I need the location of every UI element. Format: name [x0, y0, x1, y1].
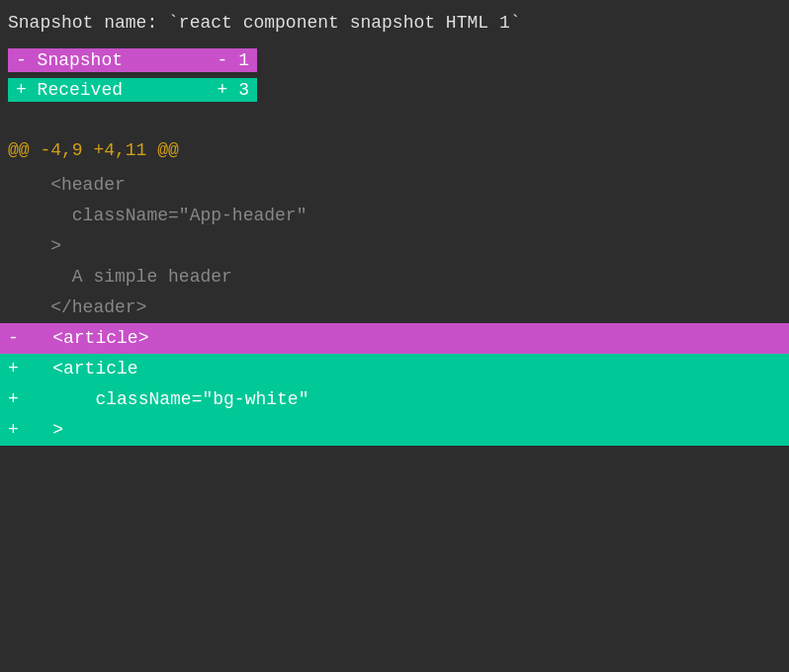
diff-view: Snapshot name: `react component snapshot…: [0, 0, 789, 672]
diff-removed-line-1: - <article>: [0, 323, 789, 354]
added-marker: +: [8, 356, 50, 382]
line-content: className="App-header": [8, 203, 307, 229]
summary-added-line: + Received + 3: [8, 78, 257, 102]
removed-content: <article>: [50, 325, 150, 352]
line-content: >: [8, 233, 61, 260]
hunk-header: @@ -4,9 +4,11 @@: [0, 131, 789, 170]
summary-added-label: + Received: [16, 80, 218, 100]
summary-removed-line: - Snapshot - 1: [8, 48, 257, 72]
added-marker: +: [8, 417, 50, 444]
diff-line-3: >: [0, 231, 789, 262]
empty-line-1: [0, 104, 789, 131]
removed-marker: -: [8, 325, 50, 352]
added-content-1: <article: [50, 356, 139, 382]
diff-added-line-2: + className="bg-white": [0, 384, 789, 415]
hunk-label: @@ -4,9 +4,11 @@: [8, 137, 179, 164]
diff-added-line-3: + >: [0, 415, 789, 446]
line-content: </header>: [8, 294, 146, 321]
diff-line-2: className="App-header": [0, 201, 789, 231]
line-content: A simple header: [8, 264, 232, 291]
summary-removed-count: - 1: [218, 50, 249, 70]
added-content-3: >: [50, 417, 65, 444]
diff-line-5: </header>: [0, 293, 789, 323]
title-text: Snapshot name: `react component snapshot…: [8, 10, 520, 37]
diff-added-line-1: + <article: [0, 354, 789, 384]
line-content: <header: [8, 172, 126, 199]
diff-line-4: A simple header: [0, 262, 789, 293]
added-marker: +: [8, 386, 93, 413]
summary-removed-label: - Snapshot: [16, 50, 218, 70]
snapshot-title: Snapshot name: `react component snapshot…: [0, 0, 789, 44]
diff-line-1: <header: [0, 170, 789, 201]
summary-added-count: + 3: [218, 80, 249, 100]
added-content-2: className="bg-white": [93, 386, 310, 413]
